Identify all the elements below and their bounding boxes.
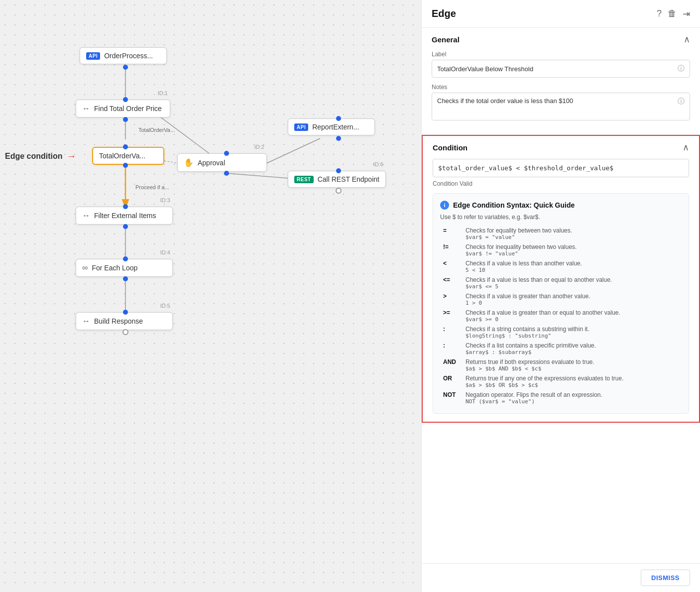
node-build-response[interactable]: ID:5 ↔ Build Response <box>76 312 173 330</box>
general-section-header: General ∧ <box>422 28 700 51</box>
delete-icon[interactable]: 🗑 <box>668 8 677 19</box>
guide-op: > <box>440 291 463 308</box>
node-filter-external[interactable]: ID:3 ↔ Filter External Items <box>76 207 173 225</box>
guide-table-row: = Checks for equality between two values… <box>440 226 682 242</box>
guide-example: $var$ != "value" <box>466 250 679 257</box>
notes-info-icon[interactable]: ⓘ <box>678 97 685 106</box>
node-id-1: ID:1 <box>158 90 168 96</box>
node-label: ReportExtern... <box>312 123 359 131</box>
guide-example: NOT ($var$ = "value") <box>466 398 679 405</box>
panel-title: Edge <box>432 8 456 19</box>
dot-rest-top <box>336 168 341 173</box>
dot-build-top <box>123 310 128 315</box>
node-label: For Each Loop <box>92 264 137 272</box>
guide-table-row: != Checks for inequality between two val… <box>440 242 682 258</box>
dot-find-total-bottom <box>123 117 128 122</box>
node-id-5: ID:5 <box>160 303 170 309</box>
guide-table-row: >= Checks if a value is greater than or … <box>440 308 682 324</box>
dismiss-button[interactable]: DISMISS <box>641 570 690 586</box>
notes-field-input[interactable]: Checks if the total order value is less … <box>432 93 690 120</box>
label-field-label: Label <box>432 51 690 58</box>
dot-build-bottom <box>122 329 128 335</box>
guide-desc: Checks if a value is greater than anothe… <box>463 291 682 308</box>
node-label: Find Total Order Price <box>94 105 162 113</box>
node-label: Build Response <box>94 317 143 325</box>
build-icon: ↔ <box>82 317 90 326</box>
node-find-total[interactable]: ID:1 ↔ Find Total Order Price <box>76 100 170 118</box>
condition-section: Condition ∧ Condition Valid i Edge Condi… <box>422 135 700 423</box>
label-info-icon[interactable]: ⓘ <box>678 64 685 73</box>
quick-guide-title-text: Edge Condition Syntax: Quick Guide <box>453 201 575 209</box>
node-call-rest[interactable]: ID:6 REST Call REST Endpoint <box>288 171 386 188</box>
quick-guide-title-row: i Edge Condition Syntax: Quick Guide <box>440 201 682 210</box>
guide-desc: Checks for inequality between two values… <box>463 242 682 258</box>
filter-icon: ↔ <box>82 211 90 220</box>
guide-op: OR <box>440 373 463 390</box>
dot-filter-bottom <box>123 224 128 229</box>
general-collapse-icon[interactable]: ∧ <box>684 34 690 45</box>
guide-op: <= <box>440 275 463 291</box>
notes-field-label: Notes <box>432 84 690 91</box>
approval-icon: ✋ <box>184 158 194 167</box>
guide-op: : <box>440 324 463 341</box>
node-label: OrderProcess... <box>104 52 153 60</box>
label-field-input[interactable]: TotalOrderValue Below Threshold ⓘ <box>432 60 690 78</box>
dot-find-total-top <box>123 97 128 102</box>
condition-input[interactable] <box>433 159 689 177</box>
help-icon[interactable]: ? <box>657 8 662 19</box>
notes-field-group: Notes Checks if the total order value is… <box>432 84 690 120</box>
edge-callout: Edge condition → <box>5 150 77 162</box>
condition-section-header: Condition ∧ <box>423 136 699 159</box>
node-id-6: ID:6 <box>373 161 383 167</box>
node-label: Approval <box>198 159 225 167</box>
guide-info-icon: i <box>440 201 449 210</box>
node-order-process[interactable]: API OrderProcess... <box>80 47 167 64</box>
dot-foreach-bottom <box>123 276 128 281</box>
node-label: TotalOrderVa... <box>99 152 145 160</box>
node-total-order-val[interactable]: TotalOrderVa... <box>92 147 164 165</box>
edge-callout-arrow-icon: → <box>67 150 77 162</box>
guide-desc: Checks if a value is less than another v… <box>463 258 682 275</box>
edge-label-totalorderva: TotalOrderVa... <box>138 127 175 133</box>
guide-table-row: AND Returns true if both expressions eva… <box>440 357 682 373</box>
guide-example: $array$ : $subarray$ <box>466 349 679 355</box>
node-label: Call REST Endpoint <box>318 175 379 183</box>
condition-collapse-icon[interactable]: ∧ <box>683 142 689 153</box>
general-section-content: Label TotalOrderValue Below Threshold ⓘ … <box>422 51 700 134</box>
dot-order-process-bottom <box>123 65 128 70</box>
notes-field-value: Checks if the total order value is less … <box>437 97 678 105</box>
guide-table-row: <= Checks if a value is less than or equ… <box>440 275 682 291</box>
label-field-group: Label TotalOrderValue Below Threshold ⓘ <box>432 51 690 78</box>
guide-desc: Checks for equality between two values. … <box>463 226 682 242</box>
guide-example: $a$ > $b$ AND $b$ < $c$ <box>466 365 679 372</box>
dot-report-bottom <box>336 136 341 141</box>
edge-label-proceed: Proceed if a... <box>135 184 169 190</box>
guide-op: >= <box>440 308 463 324</box>
guide-op: < <box>440 258 463 275</box>
guide-op: : <box>440 341 463 357</box>
dot-filter-top <box>123 204 128 209</box>
right-panel: Edge ? 🗑 ⇥ General ∧ Label TotalOrderVal… <box>421 0 700 592</box>
expand-icon[interactable]: ⇥ <box>683 8 690 19</box>
guide-example: $a$ > $b$ OR $b$ > $c$ <box>466 382 679 388</box>
edge-callout-text: Edge condition <box>5 152 63 161</box>
condition-section-content: Condition Valid i Edge Condition Syntax:… <box>423 159 699 422</box>
svg-line-6 <box>264 138 320 164</box>
guide-op: AND <box>440 357 463 373</box>
canvas: Edge condition → API OrderProcess... ID:… <box>0 0 421 592</box>
panel-header: Edge ? 🗑 ⇥ <box>422 0 700 28</box>
guide-example: 5 < 10 <box>466 267 679 273</box>
node-id-4: ID:4 <box>160 249 170 255</box>
node-approval[interactable]: ID:2 ✋ Approval <box>177 153 267 172</box>
node-report-extern[interactable]: API ReportExtern... <box>288 118 375 135</box>
guide-desc: Checks if a value is less than or equal … <box>463 275 682 291</box>
guide-desc: Returns true if both expressions evaluat… <box>463 357 682 373</box>
guide-example: $longString$ : "substring" <box>466 333 679 339</box>
general-section: General ∧ Label TotalOrderValue Below Th… <box>422 28 700 135</box>
dot-report-top <box>336 116 341 121</box>
node-id-2: ID:2 <box>254 144 264 150</box>
dot-total-order-top <box>123 144 128 149</box>
guide-op: != <box>440 242 463 258</box>
guide-desc: Checks if a value is greater than or equ… <box>463 308 682 324</box>
node-for-each-loop[interactable]: ID:4 ∞ For Each Loop <box>76 259 173 277</box>
